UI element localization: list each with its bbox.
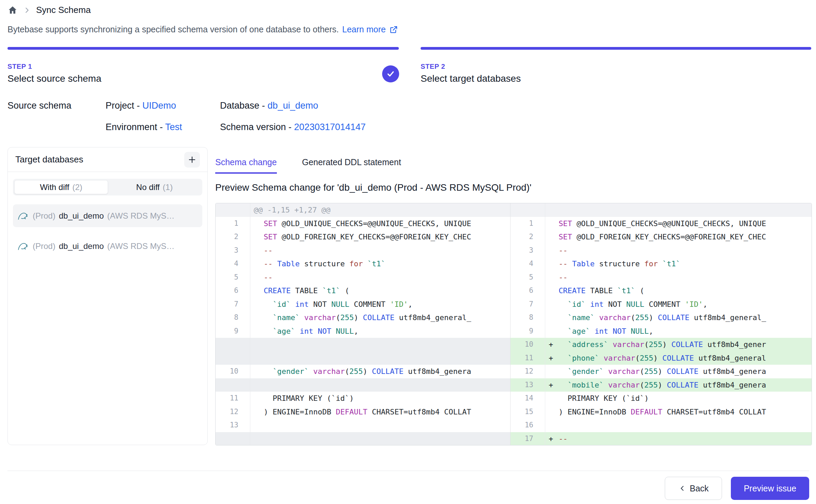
diff-row: 5 --5 -- — [216, 271, 812, 284]
line-number — [216, 338, 250, 351]
preview-title: Preview Schema change for 'db_ui_demo (P… — [215, 182, 531, 193]
line-number: 9 — [216, 325, 250, 338]
diff-row: 17+-- — [216, 432, 812, 446]
diff-row: 2 SET @OLD_FOREIGN_KEY_CHECKS=@@FOREIGN_… — [216, 230, 812, 244]
code-line: `gender` varchar(255) COLLATE utf8mb4_ge… — [250, 365, 511, 378]
code-line: CREATE TABLE `t1` ( — [545, 284, 812, 298]
tab-count: (1) — [163, 183, 173, 192]
tab-count: (2) — [72, 183, 82, 192]
line-number: 10 — [216, 365, 250, 378]
diff-row: 4 -- Table structure for `t1`4 -- Table … — [216, 257, 812, 271]
database-list-item[interactable]: (Prod)db_ui_demo(AWS RDS MyS… — [13, 204, 202, 227]
diff-row: 1 SET @OLD_UNIQUE_CHECKS=@@UNIQUE_CHECKS… — [216, 217, 812, 231]
field-value-link[interactable]: 20230317014147 — [294, 122, 366, 132]
db-instance-label: (AWS RDS MyS… — [107, 211, 175, 221]
panel-title: Target databases — [15, 154, 83, 165]
mysql-icon — [18, 241, 29, 251]
code-line: `age` int NOT NULL, — [545, 325, 812, 338]
line-number — [216, 378, 250, 392]
line-number: 9 — [511, 325, 545, 338]
field-label: Schema version - — [220, 122, 294, 132]
diff-row: 12 ) ENGINE=InnoDB DEFAULT CHARSET=utf8m… — [216, 405, 812, 419]
code-line: ) ENGINE=InnoDB DEFAULT CHARSET=utf8mb4 … — [545, 405, 812, 419]
home-icon[interactable] — [7, 5, 18, 15]
tab-no-diff[interactable]: No diff(1) — [108, 180, 201, 194]
added-line: +-- — [545, 432, 812, 446]
code-line: PRIMARY KEY (`id`) — [545, 392, 812, 405]
spacer-line — [250, 351, 511, 365]
field-label: Environment - — [106, 122, 165, 132]
code-line: SET @OLD_FOREIGN_KEY_CHECKS=@@FOREIGN_KE… — [545, 230, 812, 244]
code-line: -- — [250, 271, 511, 284]
field-value-link[interactable]: UIDemo — [142, 100, 176, 111]
back-button[interactable]: Back — [665, 477, 722, 500]
line-number: 11 — [216, 392, 250, 405]
line-number: 12 — [511, 365, 545, 378]
spacer-line — [250, 432, 511, 446]
field-label: Database - — [220, 100, 268, 111]
db-env-label: (Prod) — [33, 211, 56, 221]
line-number — [216, 351, 250, 365]
line-number: 7 — [511, 298, 545, 311]
line-number: 5 — [511, 271, 545, 284]
code-line: `name` varchar(255) COLLATE utf8mb4_gene… — [545, 311, 812, 325]
code-line: CREATE TABLE `t1` ( — [250, 284, 511, 298]
diff-row: 8 `name` varchar(255) COLLATE utf8mb4_ge… — [216, 311, 812, 325]
database-list-item[interactable]: (Prod)db_ui_demo(AWS RDS MyS… — [13, 235, 202, 257]
line-number: 15 — [511, 405, 545, 419]
line-number: 6 — [511, 284, 545, 298]
diff-row: 13+ `mobile` varchar(255) COLLATE utf8mb… — [216, 378, 812, 392]
line-number: 1 — [511, 217, 545, 231]
source-schema-row: Project - UIDemoDatabase - db_ui_demo — [106, 100, 366, 122]
breadcrumb: Sync Schema — [7, 5, 91, 15]
footer-divider — [7, 471, 809, 471]
code-line: `name` varchar(255) COLLATE utf8mb4_gene… — [250, 311, 511, 325]
source-schema-label: Source schema — [7, 100, 106, 143]
spacer-line — [250, 378, 511, 392]
line-number: 2 — [511, 230, 545, 244]
line-number: 2 — [216, 230, 250, 244]
field-value-link[interactable]: Test — [165, 122, 182, 132]
line-number: 11 — [511, 351, 545, 365]
db-env-label: (Prod) — [33, 241, 56, 251]
code-line: SET @OLD_UNIQUE_CHECKS=@@UNIQUE_CHECKS, … — [545, 217, 812, 231]
tab-schema-change[interactable]: Schema change — [215, 157, 277, 174]
hunk-header: @@ -1,15 +1,27 @@ — [250, 203, 511, 217]
spacer-line — [250, 338, 511, 351]
mysql-icon — [18, 211, 29, 221]
tab-generated-ddl-statement[interactable]: Generated DDL statement — [302, 157, 401, 174]
external-link-icon[interactable] — [389, 25, 398, 34]
diff-row: 6 CREATE TABLE `t1` (6 CREATE TABLE `t1`… — [216, 284, 812, 298]
source-field-project: Project - UIDemo — [106, 100, 220, 111]
step-complete-check-icon — [382, 65, 399, 82]
diff-row: 10 `gender` varchar(255) COLLATE utf8mb4… — [216, 365, 812, 378]
step-1: STEP 1 Select source schema — [7, 47, 399, 84]
line-number: 4 — [216, 257, 250, 271]
db-name: db_ui_demo — [59, 211, 104, 221]
added-line: + `phone` varchar(255) COLLATE utf8mb4_g… — [545, 351, 812, 365]
line-number: 17 — [511, 432, 545, 446]
code-line: -- Table structure for `t1` — [545, 257, 812, 271]
line-number — [511, 203, 545, 217]
learn-more-link[interactable]: Learn more — [342, 25, 386, 34]
chevron-left-icon — [678, 484, 686, 492]
field-value-link[interactable]: db_ui_demo — [268, 100, 318, 111]
source-field-environment: Environment - Test — [106, 122, 220, 132]
tab-label: No diff — [136, 183, 160, 192]
tab-with-diff[interactable]: With diff(2) — [14, 180, 108, 194]
line-number: 3 — [216, 244, 250, 257]
line-number: 3 — [511, 244, 545, 257]
code-line: `age` int NOT NULL, — [250, 325, 511, 338]
source-field-database: Database - db_ui_demo — [220, 100, 318, 111]
line-number: 4 — [511, 257, 545, 271]
line-number: 13 — [511, 378, 545, 392]
step-2: STEP 2 Select target databases — [421, 47, 811, 84]
add-database-button[interactable] — [184, 152, 200, 168]
code-line — [545, 419, 812, 432]
database-list: (Prod)db_ui_demo(AWS RDS MyS…(Prod)db_ui… — [13, 204, 202, 257]
diff-viewer[interactable]: @@ -1,15 +1,27 @@1 SET @OLD_UNIQUE_CHECK… — [215, 203, 812, 445]
preview-issue-button[interactable]: Preview issue — [731, 477, 809, 500]
code-line — [250, 419, 511, 432]
code-line: `id` int NOT NULL COMMENT 'ID', — [545, 298, 812, 311]
added-line: + `mobile` varchar(255) COLLATE utf8mb4_… — [545, 378, 812, 392]
